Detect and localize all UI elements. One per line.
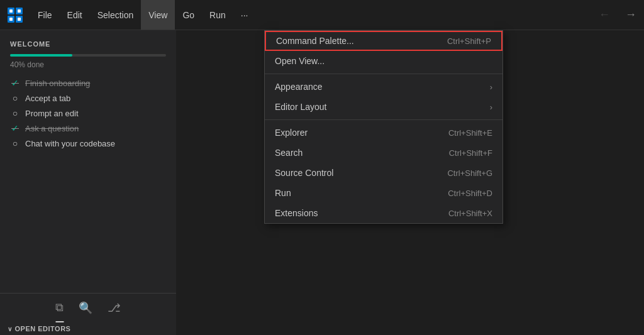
app-icon xyxy=(5,5,25,25)
open-view-label: Open View... xyxy=(275,56,325,66)
menu-edit[interactable]: Edit xyxy=(60,0,90,30)
checklist-item-chat[interactable]: ○ Chat with your codebase xyxy=(10,138,166,148)
checklist-label-prompt: Prompt an edit xyxy=(25,109,79,118)
checklist-label-chat: Chat with your codebase xyxy=(25,139,115,148)
menu-view[interactable]: View xyxy=(141,0,175,30)
search-shortcut: Ctrl+Shift+F xyxy=(449,148,492,158)
circle-icon-prompt: ○ xyxy=(10,108,20,118)
menu-file[interactable]: File xyxy=(30,0,60,30)
sidebar-search-icon[interactable]: 🔍 xyxy=(79,301,92,315)
checklist-label-finish: Finish onboarding xyxy=(25,79,90,88)
extensions-shortcut: Ctrl+Shift+X xyxy=(448,209,492,218)
source-control-label: Source Control xyxy=(275,168,333,178)
source-control-shortcut: Ctrl+Shift+G xyxy=(447,168,492,178)
menu-item-command-palette[interactable]: Command Palette... Ctrl+Shift+P xyxy=(265,31,502,51)
view-dropdown-menu: Command Palette... Ctrl+Shift+P Open Vie… xyxy=(264,30,503,224)
nav-forward-button[interactable]: → xyxy=(623,6,639,24)
open-editors-bar: ∨ OPEN EDITORS xyxy=(0,322,176,335)
command-palette-label: Command Palette... xyxy=(276,36,354,46)
open-editors-label: OPEN EDITORS xyxy=(15,325,71,332)
menu-run[interactable]: Run xyxy=(202,0,233,30)
progress-text: 40% done xyxy=(10,60,166,69)
run-shortcut: Ctrl+Shift+D xyxy=(448,189,492,198)
circle-icon-tab: ○ xyxy=(10,93,20,103)
title-bar: File Edit Selection View Go Run ··· ← → xyxy=(0,0,644,30)
progress-bar xyxy=(10,54,166,57)
sidebar-content: WELCOME 40% done ✓ Finish onboarding ○ A… xyxy=(0,30,176,293)
checklist-item-ask: ✓ Ask a question xyxy=(10,123,166,133)
menu-item-extensions[interactable]: Extensions Ctrl+Shift+X xyxy=(265,203,502,223)
explorer-label: Explorer xyxy=(275,128,308,138)
menu-item-editor-layout[interactable]: Editor Layout › xyxy=(265,97,502,117)
menu-go[interactable]: Go xyxy=(175,0,202,30)
menu-item-appearance[interactable]: Appearance › xyxy=(265,77,502,97)
separator-1 xyxy=(265,74,502,74)
run-label: Run xyxy=(275,188,291,198)
menu-item-source-control[interactable]: Source Control Ctrl+Shift+G xyxy=(265,163,502,183)
svg-rect-7 xyxy=(18,18,21,21)
progress-bar-fill xyxy=(10,54,72,57)
checklist-item-tab[interactable]: ○ Accept a tab xyxy=(10,93,166,103)
welcome-title: WELCOME xyxy=(10,40,166,48)
menu-item-search[interactable]: Search Ctrl+Shift+F xyxy=(265,143,502,163)
explorer-shortcut: Ctrl+Shift+E xyxy=(448,128,492,138)
menu-more[interactable]: ··· xyxy=(233,0,256,30)
menu-item-run[interactable]: Run Ctrl+Shift+D xyxy=(265,183,502,203)
checklist-item-prompt[interactable]: ○ Prompt an edit xyxy=(10,108,166,118)
svg-rect-5 xyxy=(18,9,21,13)
appearance-label: Appearance xyxy=(275,82,323,92)
title-bar-right: ← → xyxy=(596,6,639,24)
extensions-label: Extensions xyxy=(275,208,318,218)
circle-icon-chat: ○ xyxy=(10,138,20,148)
editor-layout-submenu-icon: › xyxy=(490,102,492,112)
checklist-item-finish: ✓ Finish onboarding xyxy=(10,78,166,88)
appearance-submenu-icon: › xyxy=(490,82,492,92)
sidebar-copy-icon[interactable]: ⧉ xyxy=(55,301,64,315)
sidebar: WELCOME 40% done ✓ Finish onboarding ○ A… xyxy=(0,30,176,335)
menu-item-explorer[interactable]: Explorer Ctrl+Shift+E xyxy=(265,123,502,143)
menu-item-open-view[interactable]: Open View... xyxy=(265,51,502,71)
open-editors-chevron: ∨ xyxy=(8,326,13,332)
checklist-label-tab: Accept a tab xyxy=(25,94,70,103)
command-palette-shortcut: Ctrl+Shift+P xyxy=(447,36,491,46)
checklist-label-ask: Ask a question xyxy=(25,124,79,133)
menu-selection[interactable]: Selection xyxy=(90,0,142,30)
sidebar-git-icon[interactable]: ⎇ xyxy=(108,301,121,315)
nav-back-button[interactable]: ← xyxy=(596,6,613,24)
svg-rect-6 xyxy=(9,18,13,21)
menu-bar: File Edit Selection View Go Run ··· xyxy=(30,0,596,30)
svg-rect-4 xyxy=(9,9,13,13)
search-label: Search xyxy=(275,148,303,158)
editor-layout-label: Editor Layout xyxy=(275,102,327,112)
sidebar-bottom: ⧉ 🔍 ⎇ xyxy=(0,293,176,322)
check-icon-finish: ✓ xyxy=(10,78,20,88)
separator-2 xyxy=(265,119,502,120)
check-icon-ask: ✓ xyxy=(10,123,20,133)
